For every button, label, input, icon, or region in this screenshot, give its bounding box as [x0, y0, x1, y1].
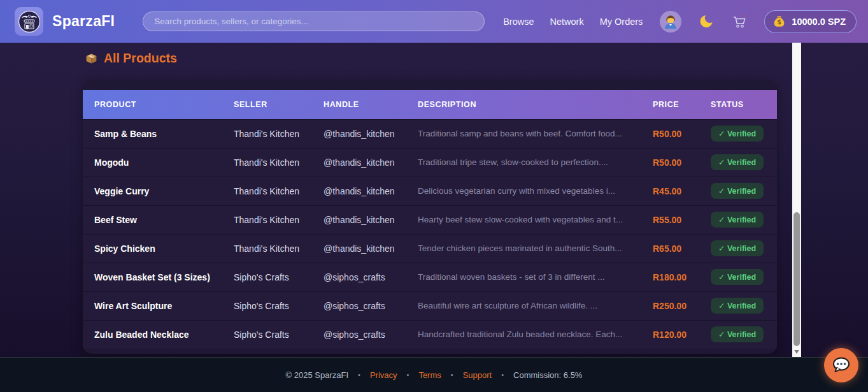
- page-title-text: All Products: [104, 51, 177, 66]
- seller-name: Sipho's Crafts: [222, 291, 312, 320]
- footer-separator: •: [358, 371, 360, 379]
- verified-status-badge: ✓ Verified: [711, 212, 764, 228]
- product-name: Samp & Beans: [83, 119, 222, 148]
- products-table-body: Samp & Beans Thandi's Kitchen @thandis_k…: [83, 119, 777, 349]
- product-price: R50.00: [641, 119, 699, 148]
- cart-button[interactable]: [732, 14, 747, 29]
- product-description: Traditional woven baskets - set of 3 in …: [406, 263, 641, 291]
- col-header-seller: SELLER: [222, 90, 312, 119]
- verified-status-badge: ✓ Verified: [711, 240, 764, 256]
- scrollbar-thumb[interactable]: [793, 212, 800, 346]
- status-cell: ✓ Verified: [699, 148, 777, 177]
- status-cell: ✓ Verified: [699, 205, 777, 234]
- products-table: PRODUCT SELLER HANDLE DESCRIPTION PRICE …: [83, 90, 777, 349]
- product-row[interactable]: Zulu Beaded Necklace Sipho's Crafts @sip…: [83, 320, 777, 349]
- seller-name: Thandi's Kitchen: [222, 234, 312, 263]
- seller-name: Thandi's Kitchen: [222, 119, 312, 148]
- vertical-scrollbar[interactable]: [792, 43, 801, 357]
- product-description: Delicious vegetarian curry with mixed ve…: [406, 177, 641, 205]
- product-price: R120.00: [641, 320, 699, 349]
- footer-link-privacy[interactable]: Privacy: [370, 370, 397, 380]
- package-icon: [85, 52, 98, 65]
- product-name: Spicy Chicken: [83, 234, 222, 263]
- product-price: R250.00: [641, 291, 699, 320]
- seller-name: Thandi's Kitchen: [222, 205, 312, 234]
- product-price: R45.00: [641, 177, 699, 205]
- man-avatar-icon: [662, 13, 679, 30]
- status-cell: ✓ Verified: [699, 177, 777, 205]
- nav-link-my-orders[interactable]: My Orders: [600, 17, 643, 27]
- verified-status-badge: ✓ Verified: [711, 183, 764, 199]
- product-row[interactable]: Spicy Chicken Thandi's Kitchen @thandis_…: [83, 234, 777, 263]
- col-header-status: STATUS: [699, 90, 777, 119]
- product-name: Mogodu: [83, 148, 222, 177]
- status-cell: ✓ Verified: [699, 291, 777, 320]
- status-cell: ✓ Verified: [699, 119, 777, 148]
- sparzafi-logo-icon[interactable]: [15, 7, 43, 36]
- product-row[interactable]: Woven Basket Set (3 Sizes) Sipho's Craft…: [83, 263, 777, 291]
- scrollbar-down-arrow-icon[interactable]: [794, 350, 799, 354]
- footer-separator: •: [407, 371, 409, 379]
- footer-link-support[interactable]: Support: [463, 370, 492, 380]
- product-row[interactable]: Wire Art Sculpture Sipho's Crafts @sipho…: [83, 291, 777, 320]
- seller-name: Sipho's Crafts: [222, 320, 312, 349]
- product-name: Beef Stew: [83, 205, 222, 234]
- user-avatar[interactable]: [660, 11, 681, 33]
- seller-handle: @siphos_crafts: [312, 291, 406, 320]
- product-description: Hearty beef stew slow-cooked with vegeta…: [406, 205, 641, 234]
- status-cell: ✓ Verified: [699, 234, 777, 263]
- product-row[interactable]: Veggie Curry Thandi's Kitchen @thandis_k…: [83, 177, 777, 205]
- seller-handle: @thandis_kitchen: [312, 148, 406, 177]
- seller-name: Sipho's Crafts: [222, 263, 312, 291]
- col-header-price: PRICE: [641, 90, 699, 119]
- seller-name: Thandi's Kitchen: [222, 148, 312, 177]
- seller-handle: @thandis_kitchen: [312, 119, 406, 148]
- navbar-right: Browse Network My Orders: [503, 10, 857, 33]
- search-input[interactable]: [143, 11, 485, 31]
- verified-status-badge: ✓ Verified: [711, 126, 764, 142]
- product-name: Wire Art Sculpture: [83, 291, 222, 320]
- col-header-description: DESCRIPTION: [406, 90, 641, 119]
- verified-status-badge: ✓ Verified: [711, 298, 764, 314]
- products-card: PRODUCT SELLER HANDLE DESCRIPTION PRICE …: [83, 80, 777, 354]
- product-description: Handcrafted traditional Zulu beaded neck…: [406, 320, 641, 349]
- nav-link-network[interactable]: Network: [550, 17, 583, 27]
- status-cell: ✓ Verified: [699, 320, 777, 349]
- theme-toggle-button[interactable]: [699, 13, 715, 29]
- chat-button[interactable]: [824, 348, 858, 382]
- money-bag-icon: $: [772, 15, 786, 28]
- brand-title: SparzaFI: [52, 13, 115, 30]
- product-price: R50.00: [641, 148, 699, 177]
- product-price: R180.00: [641, 263, 699, 291]
- nav-link-browse[interactable]: Browse: [503, 17, 534, 27]
- footer-copyright: © 2025 SparzaFI: [286, 370, 348, 380]
- wallet-balance-badge[interactable]: $ 10000.0 SPZ: [764, 10, 857, 33]
- product-row[interactable]: Mogodu Thandi's Kitchen @thandis_kitchen…: [83, 148, 777, 177]
- footer-commission: Commission: 6.5%: [513, 370, 582, 380]
- product-description: Traditional samp and beans with beef. Co…: [406, 119, 641, 148]
- seller-handle: @thandis_kitchen: [312, 177, 406, 205]
- verified-status-badge: ✓ Verified: [711, 154, 764, 170]
- product-row[interactable]: Beef Stew Thandi's Kitchen @thandis_kitc…: [83, 205, 777, 234]
- footer-link-terms[interactable]: Terms: [418, 370, 441, 380]
- shopping-cart-icon: [732, 14, 747, 29]
- navbar: SparzaFI Browse Network My Orders: [0, 0, 868, 43]
- svg-text:$: $: [778, 18, 782, 25]
- seller-name: Thandi's Kitchen: [222, 177, 312, 205]
- verified-status-badge: ✓ Verified: [711, 326, 764, 342]
- status-cell: ✓ Verified: [699, 263, 777, 291]
- seller-handle: @thandis_kitchen: [312, 234, 406, 263]
- table-header: PRODUCT SELLER HANDLE DESCRIPTION PRICE …: [83, 90, 777, 119]
- balance-amount: 10000.0 SPZ: [792, 17, 846, 27]
- product-name: Veggie Curry: [83, 177, 222, 205]
- col-header-handle: HANDLE: [312, 90, 406, 119]
- product-row[interactable]: Samp & Beans Thandi's Kitchen @thandis_k…: [83, 119, 777, 148]
- crescent-moon-icon: [699, 13, 715, 29]
- product-price: R55.00: [641, 205, 699, 234]
- product-description: Beautiful wire art sculpture of African …: [406, 291, 641, 320]
- product-price: R65.00: [641, 234, 699, 263]
- page-title: All Products: [85, 51, 868, 66]
- seller-handle: @thandis_kitchen: [312, 205, 406, 234]
- main-content: All Products PRODUCT SELLER HANDLE DESCR…: [0, 43, 868, 357]
- verified-status-badge: ✓ Verified: [711, 269, 764, 285]
